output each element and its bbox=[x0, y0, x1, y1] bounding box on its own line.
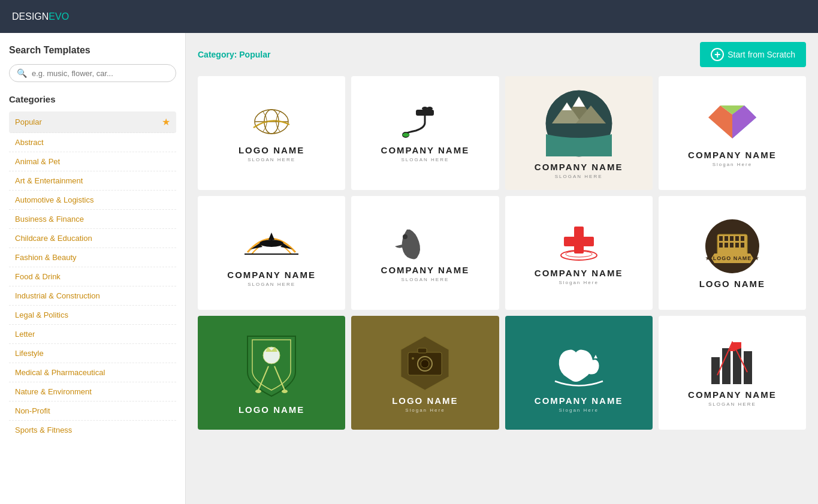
logo-card-pet[interactable]: COMPANY NAME Slogan Here bbox=[505, 316, 653, 430]
svg-rect-21 bbox=[564, 237, 594, 246]
logo-name-text: COMPANY NAME bbox=[688, 390, 777, 400]
logo-card-basketball[interactable]: LOGO NAME SLOGAN HERE bbox=[198, 76, 345, 190]
logo-svg-eagle bbox=[389, 224, 461, 265]
svg-rect-31 bbox=[719, 243, 723, 248]
sidebar: Search Templates 🔍 Categories Popular★Ab… bbox=[0, 33, 186, 504]
svg-rect-28 bbox=[730, 236, 734, 241]
logo-svg-building: ★ LOGO NAME ★ bbox=[702, 216, 762, 279]
logo-slogan-text: SLOGAN HERE bbox=[708, 402, 756, 407]
sidebar-item-childcare---education[interactable]: Childcare & Education bbox=[9, 229, 176, 248]
logo-card-heart[interactable]: COMPANY NAME Slogan Here bbox=[659, 76, 806, 190]
content-topbar: Category: Popular + Start from Scratch bbox=[198, 42, 806, 67]
logo-card-electric[interactable]: COMPANY NAME SLOGAN HERE bbox=[351, 76, 499, 190]
logo-name-text: COMPANY NAME bbox=[381, 265, 470, 276]
logo-name-text: LOGO NAME bbox=[239, 405, 305, 415]
logo-card-plane[interactable]: COMPANY NAME SLOGAN HERE bbox=[198, 196, 345, 310]
svg-point-6 bbox=[427, 107, 433, 110]
logo-grid: LOGO NAME SLOGAN HERE COMPANY NAME SLOGA… bbox=[198, 76, 806, 430]
logo-svg-electric bbox=[395, 104, 455, 145]
svg-point-41 bbox=[282, 390, 288, 393]
main-layout: Search Templates 🔍 Categories Popular★Ab… bbox=[0, 33, 818, 504]
svg-rect-30 bbox=[741, 236, 744, 241]
categories-list: Popular★AbstractAnimal & PetArt & Entert… bbox=[9, 111, 176, 439]
logo-name-text: LOGO NAME bbox=[392, 396, 458, 406]
sidebar-item-nature---environment[interactable]: Nature & Environment bbox=[9, 382, 176, 402]
circle-plus-icon: + bbox=[711, 48, 724, 61]
logo-slogan-text: SLOGAN HERE bbox=[247, 282, 295, 287]
logo-card-eagle[interactable]: COMPANY NAME SLOGAN HERE bbox=[351, 196, 499, 310]
logo-inner-plane: COMPANY NAME SLOGAN HERE bbox=[198, 196, 345, 310]
svg-rect-35 bbox=[741, 243, 744, 248]
logo-inner-basketball: LOGO NAME SLOGAN HERE bbox=[198, 76, 345, 190]
sidebar-item-abstract[interactable]: Abstract bbox=[9, 133, 176, 152]
logo-inner-mountain: COMPANY NAME SLOGAN HERE bbox=[505, 76, 653, 190]
sidebar-item-medical---pharmaceutical[interactable]: Medical & Pharmaceutical bbox=[9, 363, 176, 382]
logo-slogan-text: Slogan Here bbox=[559, 408, 598, 413]
svg-rect-52 bbox=[711, 357, 720, 384]
sidebar-item-sports---fitness[interactable]: Sports & Fitness bbox=[9, 421, 176, 439]
sidebar-item-industrial---construction[interactable]: Industrial & Construction bbox=[9, 286, 176, 306]
logo-svg-pet bbox=[546, 333, 612, 396]
logo-card-bars[interactable]: COMPANY NAME SLOGAN HERE bbox=[659, 316, 806, 430]
logo-svg-bars bbox=[705, 339, 759, 390]
svg-rect-32 bbox=[725, 243, 728, 248]
svg-marker-51 bbox=[594, 355, 597, 358]
logo-card-golf[interactable]: LOGO NAME bbox=[198, 316, 345, 430]
sidebar-item-food---drink[interactable]: Food & Drink bbox=[9, 267, 176, 286]
search-box[interactable]: 🔍 bbox=[9, 64, 176, 82]
logo-name-text: LOGO NAME bbox=[239, 145, 305, 156]
app-logo[interactable]: DESIGNEVO bbox=[12, 11, 69, 22]
sidebar-item-lifestyle[interactable]: Lifestyle bbox=[9, 344, 176, 363]
logo-svg-basketball bbox=[245, 104, 298, 145]
start-from-scratch-button[interactable]: + Start from Scratch bbox=[700, 42, 806, 67]
categories-title: Categories bbox=[9, 94, 176, 104]
logo-name-text: COMPANY NAME bbox=[535, 162, 623, 173]
logo-card-building[interactable]: ★ LOGO NAME ★ LOGO NAME bbox=[659, 196, 806, 310]
logo-name-text: COMPANY NAME bbox=[227, 270, 316, 280]
logo-inner-bars: COMPANY NAME SLOGAN HERE bbox=[659, 316, 806, 430]
svg-point-19 bbox=[403, 234, 408, 239]
logo-svg-heart bbox=[702, 99, 762, 150]
logo-card-mountain[interactable]: COMPANY NAME SLOGAN HERE bbox=[505, 76, 653, 190]
svg-point-37 bbox=[263, 347, 280, 364]
svg-point-48 bbox=[568, 357, 574, 363]
logo-evo-text: EVO bbox=[49, 11, 69, 22]
logo-svg-medical bbox=[552, 221, 606, 268]
svg-rect-53 bbox=[722, 348, 731, 384]
logo-inner-building: ★ LOGO NAME ★ LOGO NAME bbox=[659, 196, 806, 310]
logo-card-medical[interactable]: COMPANY NAME Slogan Here bbox=[505, 196, 653, 310]
logo-slogan-text: Slogan Here bbox=[405, 408, 445, 413]
svg-point-40 bbox=[255, 390, 261, 393]
logo-slogan-text: SLOGAN HERE bbox=[247, 157, 295, 162]
header: DESIGNEVO bbox=[0, 0, 818, 33]
logo-svg-plane bbox=[239, 219, 304, 270]
logo-design-text: DESIGN bbox=[12, 11, 49, 22]
sidebar-item-letter[interactable]: Letter bbox=[9, 325, 176, 344]
category-breadcrumb: Category: Popular bbox=[198, 50, 270, 59]
sidebar-item-business---finance[interactable]: Business & Finance bbox=[9, 210, 176, 229]
svg-rect-34 bbox=[735, 243, 739, 248]
logo-name-text: COMPANY NAME bbox=[688, 150, 777, 161]
logo-name-text: COMPANY NAME bbox=[535, 396, 623, 406]
logo-inner-eagle: COMPANY NAME SLOGAN HERE bbox=[351, 196, 499, 310]
sidebar-item-fashion---beauty[interactable]: Fashion & Beauty bbox=[9, 248, 176, 267]
svg-point-46 bbox=[412, 357, 414, 360]
sidebar-item-animal---pet[interactable]: Animal & Pet bbox=[9, 152, 176, 171]
svg-rect-27 bbox=[725, 236, 728, 241]
search-input[interactable] bbox=[32, 69, 168, 78]
sidebar-item-art---entertainment[interactable]: Art & Entertainment bbox=[9, 171, 176, 191]
logo-card-camera[interactable]: LOGO NAME Slogan Here bbox=[351, 316, 499, 430]
search-title: Search Templates bbox=[9, 45, 176, 56]
logo-svg-golf bbox=[242, 330, 301, 405]
sidebar-item-popular[interactable]: Popular★ bbox=[9, 111, 176, 133]
logo-inner-pet: COMPANY NAME Slogan Here bbox=[505, 316, 653, 430]
logo-svg-mountain bbox=[543, 87, 615, 162]
sidebar-item-automotive---logistics[interactable]: Automotive & Logistics bbox=[9, 191, 176, 210]
svg-rect-33 bbox=[730, 243, 734, 248]
sidebar-item-non-profit[interactable]: Non-Profit bbox=[9, 402, 176, 421]
svg-point-45 bbox=[421, 360, 429, 368]
content-area: Category: Popular + Start from Scratch bbox=[186, 33, 818, 504]
svg-rect-26 bbox=[719, 236, 723, 241]
logo-inner-electric: COMPANY NAME SLOGAN HERE bbox=[351, 76, 499, 190]
sidebar-item-legal---politics[interactable]: Legal & Politics bbox=[9, 306, 176, 325]
